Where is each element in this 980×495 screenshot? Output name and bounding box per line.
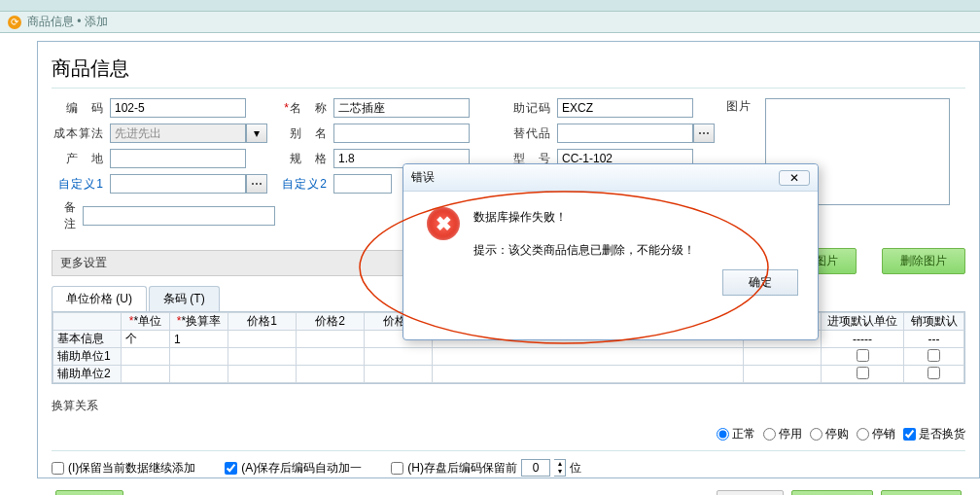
subst-input[interactable] bbox=[557, 124, 693, 143]
alias-input[interactable] bbox=[333, 124, 470, 143]
page-title: 商品信息 bbox=[52, 52, 965, 88]
status-nosell[interactable]: 停销 bbox=[857, 426, 895, 442]
dialog-ok-button[interactable]: 确定 bbox=[722, 269, 798, 296]
save-button: 保存 (S) bbox=[717, 490, 784, 495]
pic-label: 图片 bbox=[718, 98, 757, 115]
dialog-close-button[interactable]: ✕ bbox=[779, 170, 810, 186]
alias-label: 别 名 bbox=[275, 125, 333, 142]
table-row: 辅助单位2 bbox=[53, 366, 964, 383]
opt-auto-inc[interactable]: (A)保存后编码自动加一 bbox=[225, 460, 362, 477]
error-icon: ✖ bbox=[427, 207, 460, 240]
mnem-label: 助记码 bbox=[499, 100, 557, 117]
cost-combo-input bbox=[110, 124, 246, 143]
grid-header-rate: **换算率 bbox=[170, 313, 228, 331]
cost-combo-dropdown[interactable]: ▾ bbox=[246, 124, 267, 143]
note-label: 备 注 bbox=[52, 199, 83, 232]
barcode-print-button[interactable]: 条码打印 bbox=[791, 490, 872, 495]
in-default-checkbox[interactable] bbox=[857, 349, 869, 362]
grid-header-out-default: 销项默认 bbox=[904, 313, 964, 331]
cust1-lookup-button[interactable]: ⋯ bbox=[246, 174, 267, 194]
delete-picture-button[interactable]: 删除图片 bbox=[882, 248, 965, 274]
window-title-tab: ⟳ 商品信息 • 添加 bbox=[0, 12, 980, 33]
out-default-checkbox[interactable] bbox=[928, 349, 940, 362]
dialog-title: 错误 bbox=[411, 169, 435, 186]
subst-label: 替代品 bbox=[499, 125, 557, 142]
subst-lookup-button[interactable]: ⋯ bbox=[693, 124, 715, 143]
table-row: 辅助单位1 bbox=[53, 348, 964, 366]
clear-button[interactable]: 清屏 (R) bbox=[55, 490, 123, 495]
grid-header-unit: **单位 bbox=[122, 313, 170, 331]
status-exchange[interactable]: 是否换货 bbox=[903, 426, 965, 442]
convert-relation-label: 换算关系 bbox=[52, 398, 965, 414]
mnem-input[interactable] bbox=[557, 98, 693, 118]
status-nobuy[interactable]: 停购 bbox=[810, 426, 849, 442]
opt-keep-data[interactable]: (I)保留当前数据继续添加 bbox=[52, 460, 195, 477]
cust2-input[interactable] bbox=[333, 174, 392, 194]
code-input[interactable] bbox=[110, 98, 246, 118]
out-default-checkbox[interactable] bbox=[928, 367, 940, 379]
grid-header-p1: 价格1 bbox=[228, 313, 297, 331]
status-normal[interactable]: 正常 bbox=[717, 426, 755, 442]
code-label: 编 码 bbox=[52, 100, 110, 117]
tab-barcode[interactable]: 条码 (T) bbox=[149, 286, 220, 311]
spec-label: 规 格 bbox=[275, 151, 333, 167]
error-dialog: 错误 ✕ ✖ 数据库操作失败！ 提示：该父类商品信息已删除，不能分级！ 确定 bbox=[402, 163, 819, 340]
in-default-checkbox[interactable] bbox=[857, 367, 869, 379]
grid-header-blank bbox=[53, 313, 122, 331]
name-input[interactable] bbox=[333, 98, 470, 118]
label-print-button[interactable]: 标签打印 bbox=[881, 490, 962, 495]
dialog-message: 数据库操作失败！ 提示：该父类商品信息已删除，不能分级！ bbox=[473, 207, 695, 260]
status-stop[interactable]: 停用 bbox=[763, 426, 802, 442]
origin-label: 产 地 bbox=[52, 151, 110, 167]
cust1-input[interactable] bbox=[110, 174, 246, 194]
name-label: *名 称 bbox=[275, 100, 333, 117]
tab-unit-price[interactable]: 单位价格 (U) bbox=[52, 286, 147, 311]
note-input[interactable] bbox=[83, 206, 275, 226]
cost-label: 成本算法 bbox=[52, 125, 110, 142]
title-tab-label: 商品信息 • 添加 bbox=[27, 14, 108, 30]
app-icon: ⟳ bbox=[8, 16, 21, 29]
stock-prefix-spin[interactable] bbox=[521, 459, 550, 477]
grid-header-p2: 价格2 bbox=[297, 313, 365, 331]
cust1-label[interactable]: 自定义1 bbox=[52, 176, 110, 193]
grid-header-in-default: 进项默认单位 bbox=[822, 313, 904, 331]
opt-stock-keep[interactable]: (H)存盘后编码保留前 ▴▾ 位 bbox=[391, 459, 581, 477]
cust2-label[interactable]: 自定义2 bbox=[275, 176, 333, 193]
origin-input[interactable] bbox=[110, 149, 246, 168]
